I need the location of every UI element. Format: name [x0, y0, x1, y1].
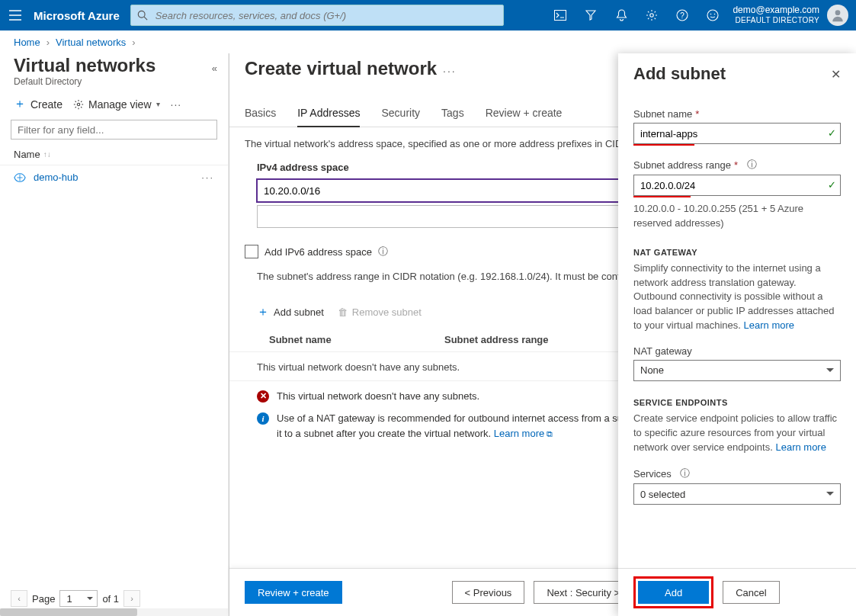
sort-asc-icon: ↑↓: [43, 150, 51, 159]
vnet-row[interactable]: demo-hub ···: [0, 165, 228, 189]
page-select[interactable]: 1: [59, 590, 98, 607]
manage-view-button[interactable]: Manage view ▾: [73, 98, 160, 111]
feedback-icon[interactable]: [697, 0, 728, 30]
subnet-range-input[interactable]: [633, 175, 841, 196]
collapse-blade-icon[interactable]: «: [212, 63, 217, 74]
help-icon[interactable]: ?: [667, 0, 697, 30]
chevron-down-icon: ▾: [156, 100, 160, 108]
close-icon[interactable]: ✕: [831, 67, 841, 82]
svg-text:?: ?: [681, 11, 685, 20]
vnets-list-blade: Virtual networks « Default Directory ＋Cr…: [0, 53, 229, 616]
ipv6-label: Add IPv6 address space: [264, 246, 372, 258]
subnet-name-input[interactable]: [633, 123, 841, 144]
filter-input[interactable]: [11, 120, 217, 140]
tab-ip-addresses[interactable]: IP Addresses: [297, 101, 360, 127]
hamburger-icon[interactable]: [0, 0, 30, 30]
tab-tags[interactable]: Tags: [441, 101, 464, 127]
svg-point-9: [835, 10, 841, 15]
title-menu[interactable]: ···: [443, 65, 457, 77]
info-icon[interactable]: ⓘ: [378, 245, 388, 258]
nat-desc: Simplify connectivity to the internet us…: [633, 261, 841, 333]
breadcrumb-vnets[interactable]: Virtual networks: [56, 37, 126, 48]
panel-footer: Add Cancel: [618, 568, 856, 616]
tab-security[interactable]: Security: [381, 101, 420, 127]
service-endpoints-desc: Create service endpoint policies to allo…: [633, 412, 841, 455]
search-input[interactable]: [154, 9, 503, 22]
subnet-name-label: Subnet name*: [633, 108, 841, 120]
svg-point-7: [710, 14, 712, 15]
account-email: demo@example.com: [733, 5, 819, 15]
avatar[interactable]: [827, 5, 848, 26]
svg-rect-2: [555, 11, 566, 21]
error-icon: ✕: [257, 390, 269, 403]
panel-title: Add subnet: [633, 64, 831, 84]
col-subnet-range: Subnet address range: [444, 334, 549, 345]
nat-section-header: NAT GATEWAY: [633, 248, 841, 257]
remove-subnet-button: 🗑Remove subnet: [338, 306, 422, 318]
info-icon[interactable]: ⓘ: [680, 467, 690, 480]
filter-field[interactable]: [11, 120, 217, 140]
info-icon: i: [257, 412, 269, 425]
search-icon: [131, 10, 154, 21]
blade-subtitle: Default Directory: [0, 76, 228, 96]
chevron-right-icon: ›: [132, 37, 135, 48]
h-scrollbar[interactable]: [0, 608, 228, 616]
breadcrumb-home[interactable]: Home: [14, 37, 40, 48]
external-link-icon: ⧉: [547, 429, 553, 438]
svg-point-6: [707, 10, 718, 21]
highlight-box: Add: [633, 576, 713, 608]
vnet-icon: [14, 172, 27, 183]
tab-basics[interactable]: Basics: [245, 101, 276, 127]
svg-line-1: [144, 17, 147, 20]
global-header: Microsoft Azure ? demo@example.com DEFAU…: [0, 0, 856, 30]
brand-label[interactable]: Microsoft Azure: [30, 9, 130, 22]
create-button[interactable]: ＋Create: [14, 96, 63, 112]
info-icon[interactable]: ⓘ: [747, 158, 757, 172]
cloud-shell-icon[interactable]: [545, 0, 575, 30]
subnet-range-label: Subnet address range* ⓘ: [633, 158, 841, 172]
subnet-range-field: ✓: [633, 175, 841, 196]
global-search[interactable]: [130, 5, 504, 26]
breadcrumb: Home › Virtual networks ›: [0, 30, 856, 53]
chevron-right-icon: ›: [46, 37, 50, 48]
range-help: 10.20.0.0 - 10.20.0.255 (251 + 5 Azure r…: [633, 202, 841, 231]
gear-icon: [73, 99, 84, 110]
directory-filter-icon[interactable]: [575, 0, 606, 30]
trash-icon: 🗑: [338, 306, 348, 318]
learn-more-link[interactable]: Learn more: [744, 319, 794, 331]
row-menu[interactable]: ···: [201, 172, 214, 183]
nat-gateway-label: NAT gateway: [633, 345, 841, 357]
add-button[interactable]: Add: [638, 581, 709, 604]
svg-point-0: [138, 11, 145, 18]
page-next-button[interactable]: ›: [123, 590, 140, 607]
page-prev-button[interactable]: ‹: [11, 590, 27, 607]
plus-icon: ＋: [257, 304, 269, 320]
service-endpoints-header: SERVICE ENDPOINTS: [633, 398, 841, 407]
ipv6-checkbox[interactable]: [245, 245, 258, 258]
svg-point-3: [650, 14, 653, 17]
check-icon: ✓: [828, 127, 836, 139]
notifications-icon[interactable]: [606, 0, 636, 30]
learn-more-link[interactable]: Learn more: [494, 428, 544, 439]
header-right: ? demo@example.com DEFAULT DIRECTORY: [545, 0, 856, 30]
tab-review[interactable]: Review + create: [486, 101, 563, 127]
nat-gateway-select[interactable]: None: [633, 360, 841, 381]
plus-icon: ＋: [14, 96, 26, 112]
services-label: Services ⓘ: [633, 467, 841, 480]
account-block[interactable]: demo@example.com DEFAULT DIRECTORY: [728, 5, 824, 26]
svg-point-8: [714, 14, 716, 15]
more-menu[interactable]: ···: [171, 98, 182, 111]
paginator: ‹ Page 1 of 1 ›: [0, 590, 228, 607]
blade-title: Virtual networks: [0, 55, 228, 76]
add-subnet-panel: Add subnet ✕ Subnet name* ✓ Subnet addre…: [618, 53, 856, 616]
services-select[interactable]: 0 selected: [633, 483, 841, 505]
column-header-name[interactable]: Name↑↓: [0, 144, 228, 165]
cancel-button[interactable]: Cancel: [723, 581, 779, 604]
learn-more-link[interactable]: Learn more: [775, 441, 826, 453]
add-subnet-button[interactable]: ＋Add subnet: [257, 304, 324, 320]
previous-button[interactable]: < Previous: [452, 581, 525, 604]
settings-gear-icon[interactable]: [636, 0, 667, 30]
check-icon: ✓: [828, 179, 836, 191]
review-create-button[interactable]: Review + create: [245, 581, 342, 604]
svg-point-10: [77, 103, 80, 106]
